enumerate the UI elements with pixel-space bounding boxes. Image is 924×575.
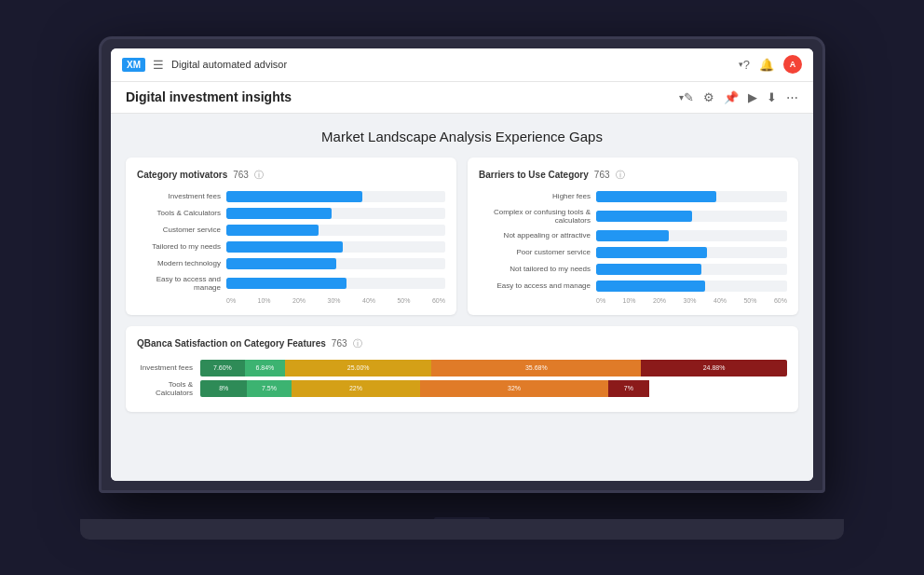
left-card-count: 763: [233, 170, 249, 180]
right-card-header: Barriers to Use Category 763 ⓘ: [479, 169, 787, 182]
stacked-segment: 32%: [420, 380, 608, 397]
stacked-segment: 6.84%: [245, 360, 285, 376]
bar-row: Higher fees: [479, 191, 787, 202]
satisfaction-info-icon[interactable]: ⓘ: [353, 337, 362, 350]
left-info-icon[interactable]: ⓘ: [254, 169, 264, 182]
bar-label: Tailored to my needs: [137, 242, 221, 251]
bar-label: Modern technology: [137, 259, 221, 267]
axis-label: 10%: [623, 297, 636, 304]
bar-label: Customer service: [137, 226, 221, 234]
satisfaction-card-header: QBanca Satisfaction on Category Features…: [137, 337, 787, 350]
stacked-segment: 35.68%: [431, 360, 641, 376]
hamburger-icon[interactable]: ☰: [153, 58, 164, 72]
stacked-label: Tools & Calculators: [137, 380, 193, 397]
pin-icon[interactable]: 📌: [724, 90, 739, 104]
axis-label: 20%: [653, 297, 666, 304]
xm-logo: XM: [122, 58, 145, 72]
axis-label: 50%: [743, 297, 756, 304]
charts-row: Category motivators 763 ⓘ Investment fee…: [126, 157, 798, 315]
bar-row: Not appealing or attractive: [479, 230, 787, 241]
main-content: Market Landscape Analysis Experience Gap…: [111, 114, 813, 481]
stacked-bar-container: Investment fees7.60%6.84%25.00%35.68%24.…: [137, 360, 787, 397]
page-title: Digital investment insights: [126, 89, 675, 104]
bar-fill: [596, 230, 669, 241]
left-chart-card: Category motivators 763 ⓘ Investment fee…: [126, 157, 456, 315]
bell-icon[interactable]: 🔔: [759, 58, 774, 72]
bar-row: Tailored to my needs: [137, 241, 445, 253]
axis-label: 0%: [226, 297, 236, 304]
bar-label: Not appealing or attractive: [479, 231, 591, 240]
stacked-segment: 8%: [200, 380, 247, 397]
left-card-header: Category motivators 763 ⓘ: [137, 169, 445, 182]
stacked-segment: 7.60%: [200, 360, 245, 376]
bar-fill: [226, 191, 362, 202]
bar-container: [596, 211, 787, 222]
axis-label: 60%: [774, 297, 787, 304]
bar-fill: [596, 247, 707, 258]
bar-container: [596, 247, 787, 258]
bar-label: Tools & Calculators: [137, 209, 221, 217]
bar-fill: [596, 211, 692, 222]
bar-row: Not tailored to my needs: [479, 264, 787, 275]
screen: XM ☰ Digital automated advisor ▾ ? 🔔 A D…: [111, 48, 813, 481]
stacked-segment: 24.88%: [641, 360, 787, 376]
bar-fill: [596, 191, 716, 202]
bar-row: Customer service: [137, 225, 445, 236]
download-icon[interactable]: ⬇: [767, 90, 777, 104]
left-axis-labels: 0%10%20%30%40%50%60%: [137, 297, 445, 304]
right-info-icon[interactable]: ⓘ: [616, 169, 625, 182]
bar-label: Poor customer service: [479, 248, 591, 256]
bar-row: Modern technology: [137, 258, 445, 269]
axis-label: 40%: [362, 297, 375, 304]
bar-row: Investment fees: [137, 191, 445, 202]
bar-label: Not tailored to my needs: [479, 265, 591, 273]
bar-label: Higher fees: [479, 192, 591, 200]
bar-fill: [596, 281, 705, 292]
stacked-segment: 25.00%: [285, 360, 432, 376]
right-card-count: 763: [594, 170, 610, 180]
bar-label: Easy to access and manage: [137, 275, 221, 292]
axis-label: 40%: [713, 297, 727, 304]
share-icon[interactable]: ⋯: [786, 90, 798, 104]
nav-title: Digital automated advisor: [171, 59, 739, 70]
nav-icons: ? 🔔 A: [743, 55, 802, 74]
bar-row: Complex or confusing tools & calculators: [479, 208, 787, 225]
play-icon[interactable]: ▶: [748, 90, 757, 104]
user-avatar[interactable]: A: [783, 55, 802, 74]
stacked-segment: 7%: [608, 380, 649, 397]
bar-fill: [226, 278, 346, 289]
bar-fill: [226, 208, 332, 219]
edit-icon[interactable]: ✎: [684, 90, 694, 104]
help-icon[interactable]: ?: [743, 58, 750, 72]
satisfaction-card: QBanca Satisfaction on Category Features…: [126, 326, 798, 412]
bar-fill: [596, 264, 701, 275]
stacked-row: Investment fees7.60%6.84%25.00%35.68%24.…: [137, 360, 787, 376]
bar-container: [226, 191, 445, 202]
bar-container: [226, 241, 445, 253]
right-bar-chart: Higher fees Complex or confusing tools &…: [479, 191, 787, 292]
settings-icon[interactable]: ⚙: [703, 90, 714, 104]
stacked-bar: 8%7.5%22%32%7%: [200, 380, 787, 397]
bar-container: [226, 258, 445, 269]
bar-fill: [226, 258, 336, 269]
laptop-screen-body: XM ☰ Digital automated advisor ▾ ? 🔔 A D…: [99, 36, 825, 493]
axis-label: 60%: [432, 297, 445, 304]
right-card-title: Barriers to Use Category: [479, 170, 589, 180]
right-axis-labels: 0%10%20%30%40%50%60%: [479, 297, 787, 304]
axis-label: 0%: [596, 297, 605, 304]
bar-container: [226, 278, 445, 289]
right-chart-card: Barriers to Use Category 763 ⓘ Higher fe…: [468, 157, 798, 315]
bar-row: Poor customer service: [479, 247, 787, 258]
bar-label: Complex or confusing tools & calculators: [479, 208, 591, 225]
laptop-base: [80, 519, 844, 540]
bar-container: [596, 191, 787, 202]
toolbar-icons: ✎ ⚙ 📌 ▶ ⬇ ⋯: [684, 90, 798, 104]
bar-fill: [226, 225, 319, 236]
axis-label: 20%: [292, 297, 306, 304]
subbar: Digital investment insights ▾ ✎ ⚙ 📌 ▶ ⬇ …: [111, 82, 813, 114]
bar-row: Tools & Calculators: [137, 208, 445, 219]
stacked-bar: 7.60%6.84%25.00%35.68%24.88%: [200, 360, 787, 376]
stacked-label: Investment fees: [137, 363, 193, 372]
axis-label: 10%: [258, 297, 271, 304]
bar-container: [596, 264, 787, 275]
